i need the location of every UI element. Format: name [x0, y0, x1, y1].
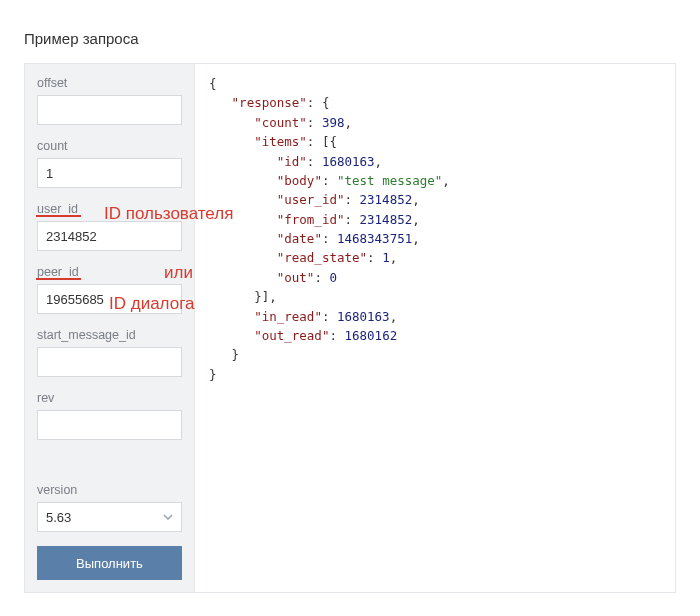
- label-rev: rev: [37, 391, 182, 405]
- field-peer-id: peer_id: [37, 265, 182, 314]
- response-pane: { "response": { "count": 398, "items": […: [195, 64, 675, 592]
- field-count: count: [37, 139, 182, 188]
- field-version: version 5.63: [37, 483, 182, 532]
- label-version: version: [37, 483, 182, 497]
- k-response: "response": [232, 95, 307, 110]
- run-button[interactable]: Выполнить: [37, 546, 182, 580]
- chevron-down-icon: [163, 514, 173, 520]
- field-user-id: user_id: [37, 202, 182, 251]
- field-rev: rev: [37, 391, 182, 440]
- page-title: Пример запроса: [24, 30, 676, 47]
- field-offset: offset: [37, 76, 182, 125]
- label-count: count: [37, 139, 182, 153]
- label-start-message-id: start_message_id: [37, 328, 182, 342]
- select-version-value: 5.63: [46, 510, 71, 525]
- select-version[interactable]: 5.63: [37, 502, 182, 532]
- label-offset: offset: [37, 76, 182, 90]
- example-panel: offset count user_id peer_id start_messa…: [24, 63, 676, 593]
- label-user-id: user_id: [37, 202, 182, 216]
- params-sidebar: offset count user_id peer_id start_messa…: [25, 64, 195, 592]
- input-rev[interactable]: [37, 410, 182, 440]
- input-count[interactable]: [37, 158, 182, 188]
- label-peer-id: peer_id: [37, 265, 182, 279]
- input-offset[interactable]: [37, 95, 182, 125]
- input-peer-id[interactable]: [37, 284, 182, 314]
- field-start-message-id: start_message_id: [37, 328, 182, 377]
- input-start-message-id[interactable]: [37, 347, 182, 377]
- input-user-id[interactable]: [37, 221, 182, 251]
